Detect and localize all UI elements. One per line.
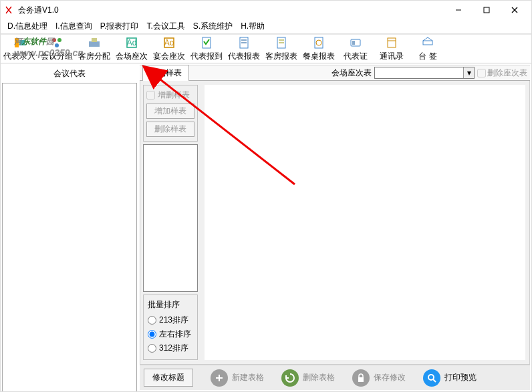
- window-title: 会务通V1.0: [18, 5, 59, 16]
- svg-point-8: [55, 43, 59, 47]
- tool-delegate-report[interactable]: 代表报表: [225, 35, 263, 63]
- addressbook-icon: [385, 36, 398, 49]
- titlebar: 会务通V1.0: [1, 1, 531, 19]
- sort-213-radio[interactable]: 213排序: [148, 313, 193, 327]
- svg-rect-18: [241, 42, 247, 43]
- seat-table-label: 会场座次表: [331, 67, 372, 79]
- left-panel-title: 会议代表: [2, 65, 137, 83]
- batch-sort-group: 批量排序 213排序 左右排序 312排序: [143, 295, 198, 360]
- nameplate-icon: [421, 36, 434, 49]
- menu-info-process[interactable]: D.信息处理: [3, 19, 51, 33]
- tool-delegate-card[interactable]: 代表证: [338, 35, 374, 63]
- banquet-seat-icon: Ao: [162, 36, 176, 49]
- new-table-button[interactable]: 新建表格: [211, 369, 264, 387]
- print-preview-button[interactable]: 打印预览: [423, 369, 477, 387]
- menu-system-maint[interactable]: S.系统维护: [189, 19, 237, 33]
- delete-sample-button[interactable]: 删除样表: [146, 122, 194, 137]
- venue-seat-icon: Ad: [125, 36, 138, 49]
- svg-point-7: [57, 38, 61, 42]
- svg-rect-4: [15, 38, 19, 47]
- app-icon: [3, 5, 14, 15]
- svg-text:Ao: Ao: [164, 38, 174, 47]
- delegate-card-icon: [349, 36, 362, 49]
- svg-rect-5: [19, 40, 25, 45]
- menu-report-print[interactable]: P.报表打印: [96, 19, 143, 33]
- svg-rect-26: [388, 38, 396, 47]
- tool-room-assign[interactable]: 客房分配: [76, 35, 113, 63]
- tab-venue-sample[interactable]: 会场样表: [142, 65, 189, 81]
- svg-rect-28: [423, 41, 432, 45]
- svg-point-32: [428, 375, 434, 380]
- room-report-icon: [275, 36, 288, 49]
- svg-rect-21: [279, 42, 284, 43]
- sample-group: 增删样表 增加样表 删除样表: [143, 85, 198, 142]
- svg-rect-1: [484, 7, 489, 13]
- tool-table-report[interactable]: 餐桌报表: [300, 35, 338, 63]
- svg-line-33: [433, 379, 436, 382]
- menu-info-query[interactable]: I.信息查询: [51, 19, 96, 33]
- svg-rect-10: [92, 38, 97, 42]
- tool-delegate-checkin[interactable]: 代表报到: [188, 35, 225, 63]
- tool-delegate-entry[interactable]: 代表录入: [1, 35, 38, 63]
- save-edit-button[interactable]: 保存修改: [352, 369, 406, 387]
- magnifier-icon: [423, 369, 440, 387]
- delete-seat-check[interactable]: 删除座次表: [477, 67, 527, 79]
- checkin-icon: [200, 36, 213, 49]
- svg-rect-17: [241, 39, 247, 41]
- delete-table-button[interactable]: 删除表格: [281, 369, 335, 387]
- delegate-listbox[interactable]: [2, 83, 137, 392]
- left-panel: 会议代表: [1, 63, 138, 391]
- svg-rect-20: [279, 39, 284, 41]
- tool-room-report[interactable]: 客房报表: [263, 35, 300, 63]
- menubar: D.信息处理 I.信息查询 P.报表打印 T.会议工具 S.系统维护 H.帮助: [1, 19, 531, 34]
- toolbar: 代表录入 会议分组 客房分配 Ad 会场座次 Ao 宴会座次 代表报到 代表报表…: [1, 34, 531, 63]
- lock-icon: [352, 369, 370, 387]
- seat-table-combo[interactable]: ▾: [374, 67, 475, 79]
- tool-nameplate[interactable]: 台 签: [410, 35, 446, 63]
- menu-meeting-tools[interactable]: T.会议工具: [142, 19, 188, 33]
- tab-bar: 会场样表 会场座次表 ▾ 删除座次表: [140, 65, 530, 81]
- tool-meeting-group[interactable]: 会议分组: [38, 35, 76, 63]
- chevron-down-icon: ▾: [463, 67, 474, 78]
- room-assign-icon: [88, 36, 101, 49]
- delegate-entry-icon: [13, 36, 26, 49]
- sample-listbox[interactable]: [143, 144, 198, 292]
- plus-icon: [211, 369, 228, 387]
- svg-rect-31: [358, 377, 364, 382]
- sort-312-radio[interactable]: 312排序: [148, 341, 193, 355]
- sort-group-title: 批量排序: [148, 299, 193, 311]
- minimize-button[interactable]: [444, 1, 473, 19]
- bottom-bar: 修改标题 新建表格 删除表格 保存修改 打印预览: [140, 365, 530, 390]
- delegate-report-icon: [237, 36, 251, 49]
- recycle-icon: [281, 369, 299, 387]
- add-sample-button[interactable]: 增加样表: [146, 104, 194, 119]
- svg-point-6: [52, 38, 56, 42]
- svg-text:Ad: Ad: [127, 38, 137, 47]
- tool-addressbook[interactable]: 通讯录: [374, 35, 410, 63]
- tool-banquet-seat[interactable]: Ao 宴会座次: [150, 35, 188, 63]
- tool-venue-seat[interactable]: Ad 会场座次: [113, 35, 150, 63]
- sort-lr-radio[interactable]: 左右排序: [148, 327, 193, 341]
- table-report-icon: [312, 36, 325, 49]
- close-button[interactable]: [501, 1, 529, 19]
- sample-addremove-check[interactable]: 增删样表: [146, 89, 194, 101]
- menu-help[interactable]: H.帮助: [237, 19, 269, 33]
- meeting-group-icon: [50, 36, 63, 49]
- svg-rect-9: [89, 41, 100, 47]
- maximize-button[interactable]: [473, 1, 501, 19]
- modify-title-button[interactable]: 修改标题: [144, 369, 193, 387]
- layout-canvas[interactable]: [205, 85, 525, 360]
- svg-rect-25: [352, 41, 355, 45]
